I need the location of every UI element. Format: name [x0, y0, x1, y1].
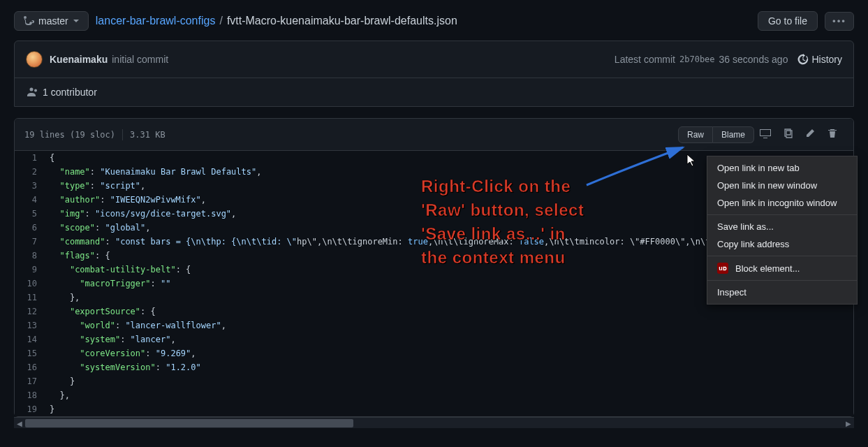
line-content: "type": "script", — [50, 179, 156, 193]
file-name: fvtt-Macro-kuenaimaku-bar-brawl-defaults… — [227, 15, 457, 27]
line-number[interactable]: 8 — [15, 249, 50, 263]
code-line: 19} — [15, 402, 853, 416]
line-number[interactable]: 1 — [15, 151, 50, 165]
line-content: { — [50, 151, 66, 165]
line-content: } — [50, 374, 86, 388]
line-number[interactable]: 5 — [15, 207, 50, 221]
line-number[interactable]: 18 — [15, 388, 50, 402]
line-number[interactable]: 4 — [15, 193, 50, 207]
git-branch-icon — [23, 15, 34, 27]
line-number[interactable]: 13 — [15, 318, 50, 332]
line-content: "img": "icons/svg/dice-target.svg", — [50, 207, 247, 221]
avatar[interactable] — [26, 51, 43, 68]
branch-select-button[interactable]: master — [14, 11, 89, 31]
delete-icon-button[interactable] — [821, 124, 844, 145]
commit-row: Kuenaimaku initial commit Latest commit … — [15, 41, 853, 78]
raw-button[interactable]: Raw — [678, 126, 713, 143]
file-actions: Raw Blame — [678, 124, 844, 145]
ctx-open-new-tab[interactable]: Open link in new tab — [707, 159, 857, 177]
code-line: 12 "exportSource": { — [15, 305, 853, 318]
more-options-button[interactable]: ••• — [825, 12, 854, 31]
trash-icon — [827, 128, 838, 139]
edit-icon-button[interactable] — [799, 124, 821, 145]
line-number[interactable]: 3 — [15, 179, 50, 193]
ctx-divider — [707, 256, 857, 256]
commit-sha[interactable]: 2b70bee — [679, 54, 715, 64]
pencil-icon — [804, 128, 816, 139]
commit-box: Kuenaimaku initial commit Latest commit … — [14, 41, 854, 107]
code-line: 17 } — [15, 374, 853, 388]
repo-link[interactable]: lancer-bar-brawl-configs — [96, 15, 216, 27]
line-content: "author": "IWEEQN2wPivwMifx", — [50, 193, 217, 207]
ctx-divider — [707, 280, 857, 281]
scrollbar-thumb[interactable] — [25, 419, 353, 427]
line-content: "scope": "global", — [50, 221, 162, 235]
line-content: "command": "const bars = {\n\thp: {\n\t\… — [50, 235, 767, 249]
line-number[interactable]: 14 — [15, 332, 50, 346]
commit-time: 36 seconds ago — [719, 54, 788, 65]
history-link[interactable]: History — [797, 54, 842, 65]
ctx-open-new-window[interactable]: Open link in new window — [707, 177, 857, 194]
line-number[interactable]: 6 — [15, 221, 50, 235]
ctx-open-incognito[interactable]: Open link in incognito window — [707, 194, 857, 212]
screen-icon — [760, 128, 771, 139]
ctx-inspect[interactable]: Inspect — [707, 284, 857, 301]
copy-icon-button[interactable] — [777, 124, 799, 145]
code-line: 15 "coreVersion": "9.269", — [15, 346, 853, 360]
line-content: "system": "lancer", — [50, 332, 187, 346]
line-number[interactable]: 9 — [15, 263, 50, 277]
line-number[interactable]: 7 — [15, 235, 50, 249]
commit-message[interactable]: initial commit — [112, 54, 168, 65]
line-content: "exportSource": { — [50, 305, 167, 318]
code-line: 14 "system": "lancer", — [15, 332, 853, 346]
commit-author[interactable]: Kuenaimaku — [50, 54, 108, 65]
ctx-block-element[interactable]: uɒ Block element... — [707, 259, 857, 277]
file-stats: 19 lines (19 sloc) 3.31 KB — [24, 129, 165, 140]
ublock-icon: uɒ — [717, 263, 728, 274]
file-header: 19 lines (19 sloc) 3.31 KB Raw Blame — [15, 119, 853, 151]
code-line: 18 }, — [15, 388, 853, 402]
ctx-block-label: Block element... — [735, 263, 800, 274]
line-number[interactable]: 15 — [15, 346, 50, 360]
line-content: "world": "lancer-wallflower", — [50, 318, 237, 332]
people-icon — [26, 87, 37, 98]
line-number[interactable]: 19 — [15, 402, 50, 416]
latest-commit-label: Latest commit — [615, 54, 675, 65]
ctx-divider — [707, 214, 857, 215]
file-nav-bar: master lancer-bar-brawl-configs / fvtt-M… — [0, 0, 868, 41]
history-label: History — [811, 54, 842, 65]
code-line: 13 "world": "lancer-wallflower", — [15, 318, 853, 332]
line-number[interactable]: 11 — [15, 291, 50, 305]
caret-down-icon — [73, 17, 80, 24]
scroll-right-arrow[interactable]: ▶ — [843, 418, 854, 429]
line-content: "systemVersion": "1.2.0" — [50, 360, 212, 374]
line-number[interactable]: 16 — [15, 360, 50, 374]
blame-button[interactable]: Blame — [713, 126, 754, 143]
line-number[interactable]: 10 — [15, 277, 50, 291]
horizontal-scrollbar[interactable]: ◀ ▶ — [14, 417, 854, 428]
code-line: 16 "systemVersion": "1.2.0" — [15, 360, 853, 374]
breadcrumb: lancer-bar-brawl-configs / fvtt-Macro-ku… — [96, 15, 457, 27]
ctx-save-link-as[interactable]: Save link as... — [707, 218, 857, 235]
lines-count: 19 lines (19 sloc) — [24, 130, 115, 140]
line-content: "name": "Kuenaimaku Bar Brawl Defaults", — [50, 165, 272, 179]
branch-label: master — [38, 15, 68, 27]
desktop-icon-button[interactable] — [754, 124, 777, 145]
line-content: }, — [50, 291, 91, 305]
divider — [122, 129, 123, 140]
line-number[interactable]: 17 — [15, 374, 50, 388]
line-content: "coreVersion": "9.269", — [50, 346, 207, 360]
line-content: "flags": { — [50, 249, 122, 263]
scroll-left-arrow[interactable]: ◀ — [14, 418, 25, 429]
line-content: "combat-utility-belt": { — [50, 263, 202, 277]
contributors-count[interactable]: 1 contributor — [43, 87, 97, 98]
ctx-copy-link[interactable]: Copy link address — [707, 235, 857, 253]
line-number[interactable]: 12 — [15, 305, 50, 318]
contributors-row: 1 contributor — [15, 78, 853, 106]
copy-icon — [782, 128, 793, 139]
file-size: 3.31 KB — [130, 130, 165, 140]
breadcrumb-sep: / — [219, 15, 222, 27]
line-content: } — [50, 402, 66, 416]
go-to-file-button[interactable]: Go to file — [758, 11, 818, 31]
line-number[interactable]: 2 — [15, 165, 50, 179]
